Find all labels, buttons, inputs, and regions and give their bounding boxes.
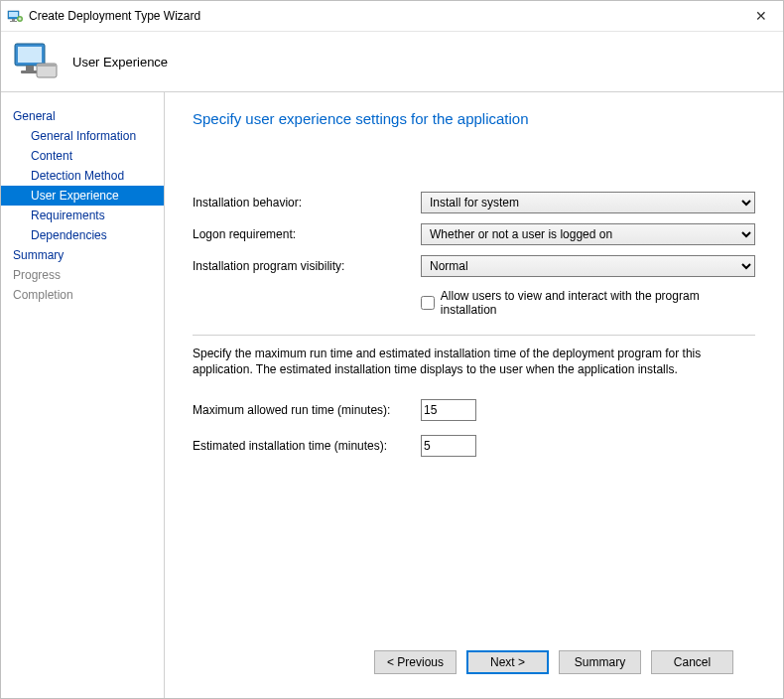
content-pane: Specify user experience settings for the…	[165, 92, 783, 698]
select-logon-requirement[interactable]: Whether or not a user is logged on	[421, 223, 755, 245]
row-logon-requirement: Logon requirement: Whether or not a user…	[193, 223, 755, 245]
row-allow-interact: Allow users to view and interact with th…	[193, 287, 755, 317]
select-program-visibility[interactable]: Normal	[421, 255, 755, 277]
next-button[interactable]: Next >	[466, 650, 549, 674]
header-title: User Experience	[72, 55, 168, 70]
input-max-runtime[interactable]	[421, 399, 476, 421]
cancel-button[interactable]: Cancel	[651, 650, 733, 674]
wizard-body: GeneralGeneral InformationContentDetecti…	[1, 92, 783, 698]
svg-rect-1	[9, 12, 18, 17]
previous-button[interactable]: < Previous	[374, 650, 457, 674]
svg-rect-7	[26, 66, 34, 70]
row-est-time: Estimated installation time (minutes):	[193, 435, 755, 457]
wizard-window: Create Deployment Type Wizard ✕ User Exp…	[0, 0, 784, 699]
nav-item-general-information[interactable]: General Information	[1, 126, 164, 146]
spacer	[193, 471, 755, 636]
row-program-visibility: Installation program visibility: Normal	[193, 255, 755, 277]
svg-rect-8	[21, 70, 39, 73]
nav-item-dependencies[interactable]: Dependencies	[1, 225, 164, 245]
select-installation-behavior[interactable]: Install for system	[421, 192, 755, 213]
checkbox-allow-interact[interactable]	[421, 296, 435, 310]
sidebar-nav: GeneralGeneral InformationContentDetecti…	[1, 92, 165, 698]
nav-item-user-experience[interactable]: User Experience	[1, 186, 164, 206]
label-installation-behavior: Installation behavior:	[193, 196, 421, 210]
nav-item-completion: Completion	[1, 285, 164, 305]
form-section: Installation behavior: Install for syste…	[193, 192, 755, 317]
label-program-visibility: Installation program visibility:	[193, 259, 421, 273]
summary-button[interactable]: Summary	[559, 650, 641, 674]
nav-item-summary[interactable]: Summary	[1, 245, 164, 265]
titlebar: Create Deployment Type Wizard ✕	[1, 1, 783, 32]
page-heading: Specify user experience settings for the…	[193, 110, 755, 127]
row-max-runtime: Maximum allowed run time (minutes):	[193, 399, 755, 421]
header-band: User Experience	[1, 32, 783, 91]
checkbox-allow-interact-label[interactable]: Allow users to view and interact with th…	[421, 289, 755, 317]
nav-item-requirements[interactable]: Requirements	[1, 206, 164, 225]
nav-item-progress: Progress	[1, 265, 164, 285]
app-icon	[7, 8, 23, 24]
footer-buttons: < Previous Next > Summary Cancel	[193, 636, 755, 688]
computer-icon	[11, 40, 61, 83]
nav-item-content[interactable]: Content	[1, 146, 164, 166]
window-title: Create Deployment Type Wizard	[29, 9, 738, 23]
row-installation-behavior: Installation behavior: Install for syste…	[193, 192, 755, 213]
runtime-description: Specify the maximum run time and estimat…	[193, 346, 755, 377]
section-divider	[193, 335, 755, 336]
input-est-time[interactable]	[421, 435, 476, 457]
nav-item-general[interactable]: General	[1, 106, 164, 126]
nav-item-detection-method[interactable]: Detection Method	[1, 166, 164, 186]
label-est-time: Estimated installation time (minutes):	[193, 439, 421, 453]
svg-rect-2	[12, 19, 15, 21]
label-max-runtime: Maximum allowed run time (minutes):	[193, 403, 421, 417]
checkbox-allow-interact-text: Allow users to view and interact with th…	[441, 289, 755, 317]
svg-rect-10	[37, 64, 57, 67]
close-button[interactable]: ✕	[738, 1, 783, 31]
svg-rect-6	[18, 47, 42, 63]
label-logon-requirement: Logon requirement:	[193, 227, 421, 241]
svg-rect-3	[10, 21, 17, 22]
close-icon: ✕	[755, 8, 767, 24]
